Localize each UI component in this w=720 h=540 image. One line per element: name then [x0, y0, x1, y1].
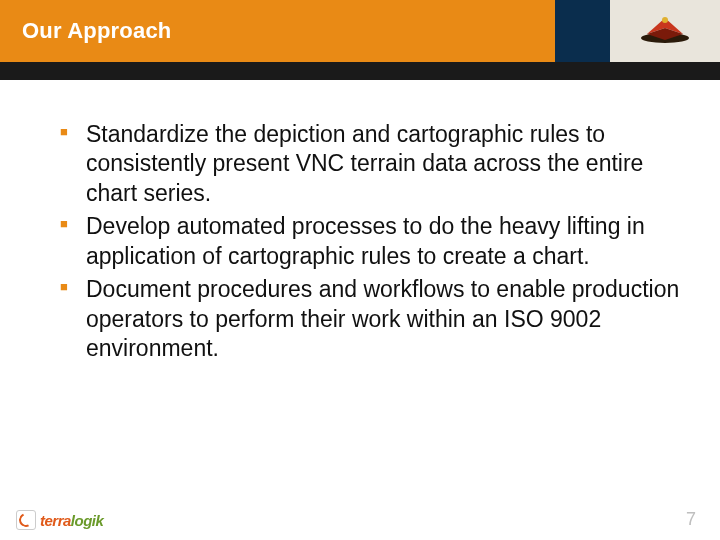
slide-title: Our Approach: [22, 18, 171, 44]
header-logo-area: [610, 0, 720, 62]
terralogik-logo: terralogik: [16, 510, 103, 530]
page-number: 7: [686, 509, 696, 530]
bullet-item: Standardize the depiction and cartograph…: [60, 120, 680, 208]
fme-logo-icon: [635, 14, 695, 48]
terralogik-wordmark: terralogik: [40, 512, 103, 529]
terralogik-swirl-icon: [16, 510, 36, 530]
header-navy-band: [555, 0, 610, 62]
svg-point-3: [662, 17, 668, 23]
slide-header: Our Approach: [0, 0, 720, 62]
bullet-item: Develop automated processes to do the he…: [60, 212, 680, 271]
slide-content: Standardize the depiction and cartograph…: [0, 120, 720, 368]
slide-footer: terralogik 7: [0, 496, 720, 540]
bullet-list: Standardize the depiction and cartograph…: [60, 120, 680, 364]
bullet-item: Document procedures and workflows to ena…: [60, 275, 680, 363]
header-dark-bar: [0, 62, 720, 80]
